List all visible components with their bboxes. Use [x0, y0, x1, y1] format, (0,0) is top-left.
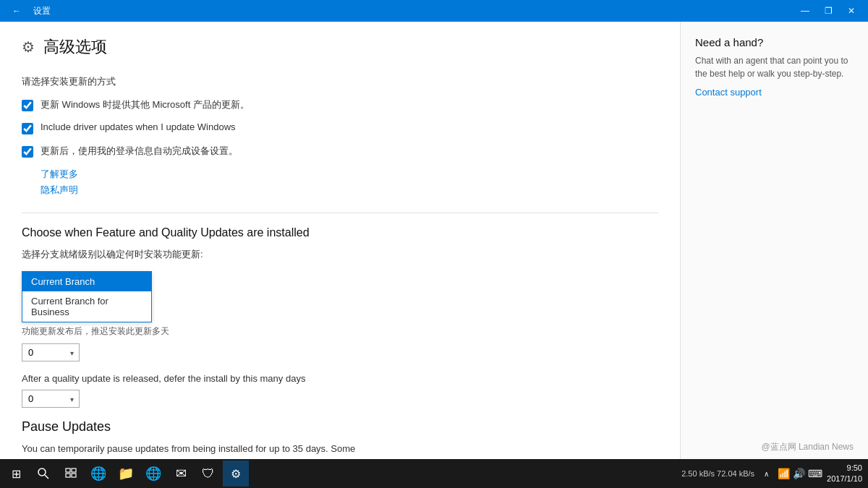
- search-icon: [38, 468, 49, 479]
- minimize-button[interactable]: —: [794, 4, 816, 18]
- svg-rect-5: [72, 474, 76, 477]
- taskbar-right: 2.50 kB/s 72.04 kB/s ∧ 📶 🔊 ⌨ 9:50 2017/1…: [681, 461, 865, 487]
- privacy-statement-link-1[interactable]: 隐私声明: [41, 184, 78, 197]
- sys-info-text: 2.50 kB/s 72.04 kB/s: [681, 469, 754, 478]
- taskbar-time[interactable]: 9:50 2017/1/10: [827, 463, 862, 485]
- title-bar: ← 设置 — ❐ ✕: [0, 0, 868, 22]
- section2-heading: Choose when Feature and Quality Updates …: [22, 226, 658, 239]
- quality-days-select[interactable]: 0 1 2 3: [22, 390, 80, 408]
- checkbox-driver-updates[interactable]: [22, 123, 33, 134]
- window-controls: — ❐ ✕: [794, 4, 862, 18]
- page-title: 高级选项: [43, 36, 107, 58]
- taskbar-app-4[interactable]: ✉: [168, 461, 194, 487]
- branch-dropdown[interactable]: Current Branch Current Branch for Busine…: [22, 271, 658, 322]
- svg-rect-2: [66, 468, 70, 472]
- checkbox-row-3: 更新后，使用我的登录信息自动完成设备设置。: [22, 145, 658, 158]
- branch-label: 选择分支就绪级别以确定何时安装功能更新:: [22, 248, 658, 261]
- watermark: @蓝点网 Landian News: [761, 441, 854, 453]
- section1-title: 请选择安装更新的方式: [22, 75, 658, 88]
- branch-option-current[interactable]: Current Branch: [22, 272, 151, 291]
- learn-more-link[interactable]: 了解更多: [41, 168, 78, 181]
- network-icon: 📶: [778, 468, 790, 479]
- checkbox-label-3: 更新后，使用我的登录信息自动完成设备设置。: [41, 145, 238, 158]
- learn-more-container: 了解更多 隐私声明: [41, 168, 658, 200]
- taskbar-app-5[interactable]: 🛡: [195, 461, 221, 487]
- taskview-icon: [65, 468, 77, 479]
- taskbar-app-2[interactable]: 📁: [113, 461, 139, 487]
- left-panel: ⚙ 高级选项 请选择安装更新的方式 更新 Windows 时提供其他 Micro…: [0, 22, 680, 459]
- svg-point-0: [38, 468, 46, 476]
- close-button[interactable]: ✕: [841, 4, 862, 18]
- keyboard-icon: ⌨: [808, 468, 822, 479]
- svg-rect-4: [66, 474, 70, 477]
- feature-days-select[interactable]: 0 1 2 3: [22, 343, 80, 361]
- volume-icon: 🔊: [793, 468, 805, 479]
- divider-1: [22, 213, 658, 213]
- gear-icon: ⚙: [22, 38, 35, 56]
- svg-rect-3: [72, 468, 76, 472]
- time-text: 9:50: [827, 463, 862, 474]
- checkbox-label-2: Include driver updates when I update Win…: [41, 121, 236, 132]
- taskbar-app-1[interactable]: 🌐: [85, 461, 111, 487]
- taskbar-app-3[interactable]: 🌐: [140, 461, 166, 487]
- checkbox-signin-info[interactable]: [22, 146, 33, 158]
- taskbar-sys-info: 2.50 kB/s 72.04 kB/s: [681, 469, 754, 478]
- svg-line-1: [45, 475, 48, 479]
- contact-support-link[interactable]: Contact support: [695, 87, 762, 98]
- taskview-button[interactable]: [58, 461, 84, 487]
- taskbar-icons: 📶 🔊 ⌨: [778, 468, 822, 479]
- show-hidden-button[interactable]: ∧: [759, 461, 773, 487]
- search-button[interactable]: [30, 461, 56, 487]
- page-header: ⚙ 高级选项: [22, 36, 658, 58]
- checkbox-microsoft-products[interactable]: [22, 100, 33, 111]
- restore-button[interactable]: ❐: [817, 4, 839, 18]
- back-button[interactable]: ←: [6, 4, 27, 18]
- pause-desc: You can temporarily pause updates from b…: [22, 442, 369, 459]
- checkbox-row-2: Include driver updates when I update Win…: [22, 121, 658, 134]
- right-panel: Need a hand? Chat with an agent that can…: [680, 22, 868, 459]
- window-title: 设置: [33, 5, 51, 17]
- pause-title: Pause Updates: [22, 419, 658, 435]
- need-hand-desc: Chat with an agent that can point you to…: [695, 54, 854, 80]
- taskbar: ⊞ 🌐 📁 🌐 ✉ 🛡 ⚙ 2.50 kB/s 72.04 kB/s ∧: [0, 459, 868, 488]
- taskbar-left: ⊞ 🌐 📁 🌐 ✉ 🛡 ⚙: [3, 461, 249, 487]
- feature-days-wrapper[interactable]: 0 1 2 3: [22, 343, 80, 361]
- deferred-text: 功能更新发布后，推迟安装此更新多天: [22, 325, 658, 338]
- need-hand-title: Need a hand?: [695, 36, 854, 48]
- taskbar-settings-btn[interactable]: ⚙: [223, 461, 249, 487]
- start-button[interactable]: ⊞: [3, 461, 29, 487]
- quality-days-wrapper[interactable]: 0 1 2 3: [22, 390, 80, 408]
- title-bar-left: ← 设置: [6, 4, 51, 18]
- checkbox-row-1: 更新 Windows 时提供其他 Microsoft 产品的更新。: [22, 98, 658, 111]
- branch-options: Current Branch Current Branch for Busine…: [22, 271, 152, 322]
- main-content: ⚙ 高级选项 请选择安装更新的方式 更新 Windows 时提供其他 Micro…: [0, 22, 868, 459]
- checkbox-label-1: 更新 Windows 时提供其他 Microsoft 产品的更新。: [41, 98, 250, 111]
- branch-option-business[interactable]: Current Branch for Business: [22, 291, 151, 322]
- date-text: 2017/1/10: [827, 474, 862, 484]
- quality-label: After a quality update is released, defe…: [22, 373, 658, 384]
